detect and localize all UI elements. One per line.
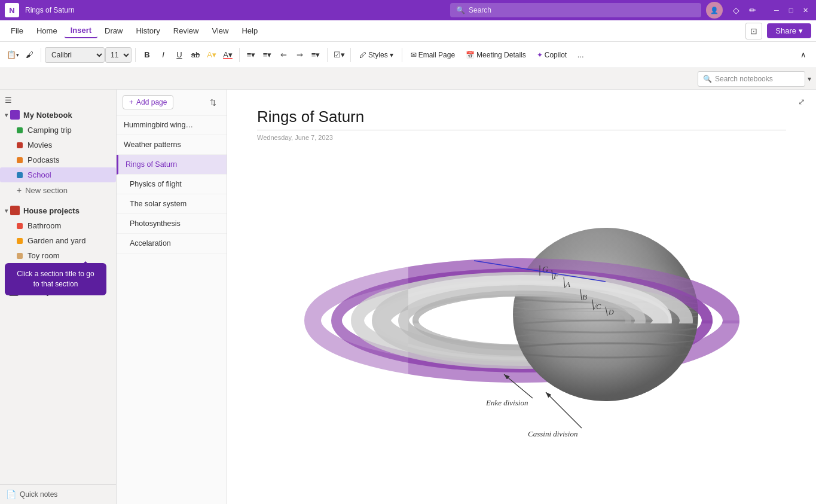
meeting-details-button[interactable]: 📅 Meeting Details [461, 47, 531, 63]
tooltip-text: Click a section title to go to that sect… [17, 270, 94, 288]
menu-file[interactable]: File [5, 24, 29, 38]
expand-button[interactable]: ⤢ [794, 94, 809, 109]
immersive-reader-button[interactable]: ⊡ [745, 23, 762, 39]
section-label: Movies [27, 140, 52, 149]
sidebar-item-movies[interactable]: Movies [0, 138, 116, 152]
notebook-my-notebook[interactable]: ▾ My Notebook [0, 107, 116, 123]
menu-view[interactable]: View [206, 24, 234, 38]
window-title: Rings of Saturn [25, 6, 450, 14]
font-size-select[interactable]: 11 [105, 47, 132, 63]
styles-button[interactable]: 🖊 Styles ▾ [354, 47, 398, 63]
section-dot [17, 127, 23, 133]
menu-home[interactable]: Home [30, 24, 63, 38]
tooltip-box: Click a section title to go to that sect… [5, 263, 106, 295]
toolbar-collapse-button[interactable]: ∧ [796, 47, 811, 63]
section-dot [17, 238, 23, 244]
font-family-select[interactable]: Calibri [45, 47, 105, 63]
menu-help[interactable]: Help [236, 24, 264, 38]
section-label: Podcasts [27, 155, 59, 164]
page-label: Rings of Saturn [126, 160, 177, 169]
pen-icon-btn[interactable]: ✏ [744, 2, 761, 19]
notebook-search-input[interactable]: 🔍 Search notebooks [698, 71, 805, 87]
add-page-button[interactable]: + Add page [123, 95, 173, 109]
section-label: Toy room [27, 251, 59, 260]
strikethrough-button[interactable]: ab [188, 47, 203, 63]
page-label: Physics of flight [130, 180, 182, 188]
email-page-button[interactable]: ✉ Email Page [406, 47, 460, 63]
add-page-label: Add page [136, 98, 167, 106]
d-label: D [608, 308, 614, 316]
g-label: G [542, 265, 548, 274]
menu-review[interactable]: Review [167, 24, 205, 38]
italic-button[interactable]: I [155, 47, 171, 63]
toolbar: 📋▾ 🖌 Calibri 11 B I U ab A▾ A▾ ≡▾ ≡▾ ⇐ ⇒… [0, 42, 816, 68]
close-button[interactable]: ✕ [799, 4, 811, 16]
page-item-accelaration[interactable]: Accelaration [117, 234, 227, 253]
sidebar-toggle[interactable]: ☰ [0, 93, 116, 107]
chevron-down-icon: ▾ [5, 207, 8, 214]
avatar[interactable]: 👤 [706, 2, 723, 19]
global-search-placeholder: Search [469, 6, 491, 14]
minimize-button[interactable]: ─ [771, 4, 783, 16]
chevron-down-icon: ▾ [5, 112, 8, 118]
section-label: Camping trip [27, 126, 72, 135]
section-label: Bathroom [27, 221, 61, 230]
menu-history[interactable]: History [130, 24, 166, 38]
sidebar-item-bathroom[interactable]: Bathroom [0, 218, 116, 233]
section-dot [17, 157, 23, 163]
align-button[interactable]: ≡▾ [308, 47, 323, 63]
page-label: Hummingbird wing… [124, 121, 193, 129]
notebook-house-projects[interactable]: ▾ House projects [0, 203, 116, 218]
window-controls: ─ □ ✕ [771, 4, 811, 16]
maximize-button[interactable]: □ [785, 4, 797, 16]
copilot-button[interactable]: ✦ Copilot [532, 47, 571, 63]
titlebar: N Rings of Saturn 🔍 Search 👤 ◇ ✏ ─ □ ✕ [0, 0, 816, 20]
paste-button[interactable]: 📋▾ [5, 47, 21, 63]
global-search-bar[interactable]: 🔍 Search [450, 3, 701, 17]
notebook-search-chevron[interactable]: ▾ [808, 75, 811, 83]
quick-notes-button[interactable]: 📄 Quick notes [0, 484, 116, 504]
checkbox-group: ☑▾ [331, 47, 347, 63]
share-button[interactable]: Share ▾ [767, 23, 811, 38]
page-item-photosynthesis[interactable]: Photosynthesis [117, 214, 227, 234]
outdent-button[interactable]: ⇐ [276, 47, 291, 63]
format-painter-button[interactable]: 🖌 [22, 47, 37, 63]
menu-draw[interactable]: Draw [99, 24, 129, 38]
copilot-icon: ✦ [537, 51, 543, 59]
sidebar-item-toy-room[interactable]: Toy room [0, 248, 116, 263]
sidebar-item-garden[interactable]: Garden and yard [0, 233, 116, 248]
numbered-button[interactable]: ≡▾ [259, 47, 275, 63]
more-button[interactable]: ... [573, 47, 588, 63]
formatting-group: B I U ab A▾ A▾ [139, 47, 236, 63]
page-item-hummingbird[interactable]: Hummingbird wing… [117, 115, 227, 135]
indent-button[interactable]: ⇒ [292, 47, 307, 63]
font-color-button[interactable]: A▾ [220, 47, 236, 63]
diamond-icon-btn[interactable]: ◇ [728, 2, 744, 19]
page-item-weather[interactable]: Weather patterns [117, 135, 227, 155]
page-item-physics-of-flight[interactable]: Physics of flight [117, 175, 227, 194]
page-item-solar-system[interactable]: The solar system [117, 194, 227, 214]
page-label: Photosynthesis [130, 219, 181, 228]
bold-button[interactable]: B [139, 47, 155, 63]
sidebar-item-school[interactable]: School [0, 167, 116, 182]
checkbox-button[interactable]: ☑▾ [331, 47, 347, 63]
cassini-line [546, 392, 582, 428]
page-title: Rings of Saturn [257, 108, 786, 130]
page-label: The solar system [130, 200, 187, 208]
notebook-name: House projects [23, 206, 80, 215]
highlight-button[interactable]: A▾ [204, 47, 219, 63]
page-item-rings-of-saturn[interactable]: Rings of Saturn [117, 155, 227, 175]
sidebar-item-camping-trip[interactable]: Camping trip [0, 123, 116, 138]
chevron-down-icon: ▾ [390, 51, 393, 59]
sidebar-item-podcasts[interactable]: Podcasts [0, 152, 116, 167]
email-icon: ✉ [411, 51, 417, 59]
menu-insert[interactable]: Insert [65, 23, 97, 38]
bullets-button[interactable]: ≡▾ [243, 47, 259, 63]
new-section-my-notebook[interactable]: + New section [0, 182, 116, 198]
underline-button[interactable]: U [172, 47, 187, 63]
sort-pages-button[interactable]: ⇅ [205, 94, 221, 110]
page-date: Wednesday, June 7, 2023 [257, 134, 786, 141]
notebook-search-placeholder: Search notebooks [715, 75, 773, 83]
content-area: ⤢ Rings of Saturn Wednesday, June 7, 202… [227, 90, 816, 504]
a-label: A [565, 280, 570, 289]
